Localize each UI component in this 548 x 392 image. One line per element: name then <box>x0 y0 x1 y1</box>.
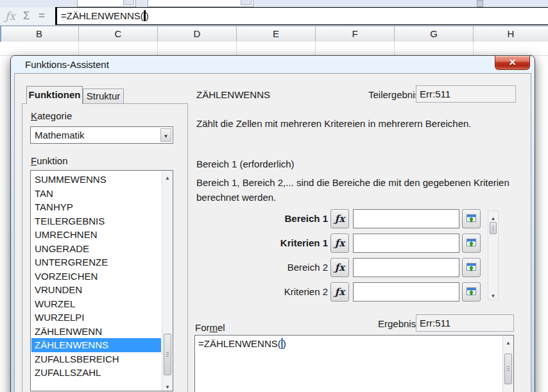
column-header-c[interactable]: C <box>79 26 158 42</box>
formula-text: =ZÄHLENWENNS( <box>61 10 144 21</box>
column-header-h[interactable]: H <box>474 26 548 42</box>
row-header-edge <box>0 26 1 42</box>
toolbar-button-remnant[interactable] <box>477 0 483 7</box>
arrow-up-icon: ▲ <box>506 340 511 346</box>
function-name-heading: ZÄHLENWENNS <box>196 89 270 100</box>
calc-window: ƒx Σ = =ZÄHLENWENNS() B C D E F G H Funk… <box>0 0 548 392</box>
font-name-box-remnant[interactable] <box>77 0 136 7</box>
function-wizard-dialog: Funktions-Assistent ✕ Funktionen Struktu… <box>10 55 535 392</box>
scrollbar-thumb[interactable] <box>504 354 512 384</box>
close-button[interactable]: ✕ <box>495 56 530 70</box>
shrink-to-cell-icon <box>466 213 477 224</box>
close-icon: ✕ <box>509 57 517 67</box>
sum-icon[interactable]: Σ <box>23 9 30 23</box>
shrink-to-cell-icon <box>466 262 477 273</box>
fx-button[interactable]: ƒx <box>330 282 349 302</box>
shrink-to-cell-icon <box>466 286 477 297</box>
subresult-field: Err:511 <box>416 85 516 103</box>
argument-description: Bereich 1, Bereich 2,... sind die Bereic… <box>196 175 527 205</box>
toolbar-combo-remnant[interactable] <box>148 0 253 7</box>
dropdown-button[interactable] <box>123 0 134 5</box>
dropdown-button[interactable] <box>241 0 252 5</box>
scrollbar-thumb[interactable] <box>490 222 497 234</box>
kriterien-2-input[interactable] <box>353 282 459 302</box>
column-header-e[interactable]: E <box>237 26 316 42</box>
bereich-2-input[interactable] <box>353 258 459 277</box>
formula-scrollbar[interactable]: ▲ <box>502 336 513 392</box>
param-label-bereich-1: Bereich 1 <box>196 209 328 228</box>
bereich-1-input[interactable] <box>353 209 459 228</box>
column-header-d[interactable]: D <box>158 26 237 42</box>
shrink-to-cell-icon <box>466 237 477 248</box>
result-label: Ergebnis <box>378 318 416 329</box>
formula-label: Formel <box>195 322 225 333</box>
function-wizard-icon[interactable]: ƒx <box>5 9 15 23</box>
arrow-up-icon: ▲ <box>491 216 496 221</box>
formula-text: ) <box>283 338 286 349</box>
formula-text: =ZÄHLENWENNS() <box>198 337 286 350</box>
subresult-label: Teilergebnis <box>368 89 420 100</box>
scrollbar-down-button[interactable]: ▼ <box>488 289 498 300</box>
column-header-g[interactable]: G <box>395 26 474 42</box>
tab-page-panel <box>22 103 188 392</box>
kriterien-1-input[interactable] <box>353 234 459 253</box>
dialog-title: Funktions-Assistent <box>25 59 109 70</box>
param-label-kriterien-1: Kriterien 1 <box>196 234 328 253</box>
argument-header: Bereich 1 (erforderlich) <box>196 157 524 171</box>
column-header-row: B C D E F G H <box>0 26 548 42</box>
fx-icon: ƒx <box>335 213 345 225</box>
formula-bar: ƒx Σ = =ZÄHLENWENNS() <box>0 7 548 26</box>
mnemonic: m <box>210 322 218 333</box>
column-header-b[interactable]: B <box>0 26 79 42</box>
param-label-bereich-2: Bereich 2 <box>196 258 328 277</box>
column-header-f[interactable]: F <box>316 26 395 42</box>
label-text: For <box>195 322 210 333</box>
fx-icon: ƒx <box>335 286 345 298</box>
formula-textarea[interactable]: =ZÄHLENWENNS() ▲ <box>194 335 514 392</box>
formula-input[interactable]: =ZÄHLENWENNS() <box>55 7 548 25</box>
tab-struktur[interactable]: Struktur <box>83 89 124 104</box>
result-field: Err:511 <box>416 314 514 332</box>
fx-button[interactable]: ƒx <box>330 209 349 228</box>
shrink-button[interactable] <box>462 258 481 277</box>
formula-text: ) <box>146 10 149 21</box>
shrink-button[interactable] <box>462 282 481 302</box>
label-text: el <box>218 322 225 333</box>
scrollbar-up-button[interactable]: ▲ <box>488 211 498 222</box>
fx-button[interactable]: ƒx <box>330 234 349 253</box>
fx-icon: ƒx <box>335 262 345 273</box>
formula-text: =ZÄHLENWENNS( <box>198 338 281 349</box>
dialog-title-bar[interactable]: Funktions-Assistent ✕ <box>11 56 535 73</box>
params-scrollbar[interactable]: ▲ ▼ <box>488 210 499 300</box>
dialog-client-area: Funktionen Struktur Kategorie Mathematik… <box>14 73 531 392</box>
shrink-button[interactable] <box>462 209 481 228</box>
function-description: Zählt die Zellen mit mehreren Kritereien… <box>196 116 524 131</box>
fx-icon: ƒx <box>335 237 345 249</box>
param-label-kriterien-2: Kriterien 2 <box>196 282 328 302</box>
fx-button[interactable]: ƒx <box>330 258 349 277</box>
arrow-down-icon: ▼ <box>491 293 496 299</box>
equals-icon[interactable]: = <box>39 9 45 23</box>
scrollbar-up-button[interactable]: ▲ <box>503 336 513 346</box>
tab-funktionen[interactable]: Funktionen <box>26 86 83 104</box>
shrink-button[interactable] <box>462 234 481 253</box>
